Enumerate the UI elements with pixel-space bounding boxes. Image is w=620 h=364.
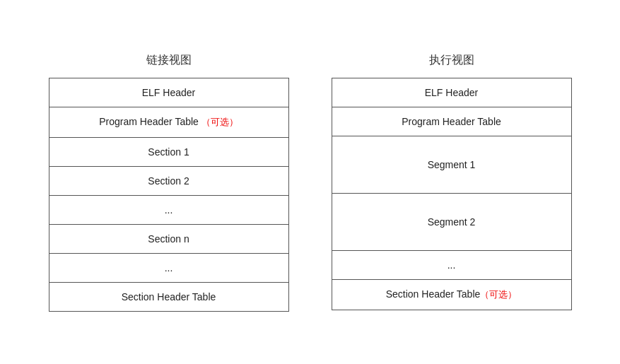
cell-section-header-exec: Section Header Table <box>386 288 481 300</box>
table-row: Section 1 <box>49 138 288 167</box>
cell-dots2: ... <box>165 262 173 274</box>
table-row: Program Header Table （可选） <box>49 107 288 138</box>
link-view: 链接视图 ELF Header Program Header Table （可选… <box>49 53 289 312</box>
main-container: 链接视图 ELF Header Program Header Table （可选… <box>21 39 600 326</box>
table-row: Segment 2 <box>332 194 571 251</box>
table-row: Program Header Table <box>332 107 571 136</box>
exec-view-table: ELF Header Program Header Table Segment … <box>332 78 572 310</box>
table-row: Section n <box>49 225 288 254</box>
cell-elf-header-exec: ELF Header <box>425 87 478 98</box>
exec-view-title: 执行视图 <box>429 53 474 68</box>
table-row: Section Header Table（可选） <box>332 280 571 310</box>
cell-optional-label: （可选） <box>201 117 238 127</box>
cell-section-header-table: Section Header Table <box>122 291 216 303</box>
exec-view: 执行视图 ELF Header Program Header Table Seg… <box>332 53 572 310</box>
cell-segment2: Segment 2 <box>428 216 476 228</box>
cell-dots-exec: ... <box>448 259 456 271</box>
table-row: ... <box>49 254 288 283</box>
link-view-table: ELF Header Program Header Table （可选） Sec… <box>49 78 289 312</box>
cell-program-header-exec: Program Header Table <box>402 116 501 127</box>
cell-section2: Section 2 <box>148 175 189 187</box>
cell-segment1: Segment 1 <box>428 159 476 170</box>
cell-optional-label-exec: （可选） <box>480 289 517 300</box>
cell-dots1: ... <box>165 204 173 216</box>
table-row: ... <box>332 251 571 280</box>
cell-sectionn: Section n <box>148 233 189 245</box>
table-row: ELF Header <box>332 78 571 107</box>
cell-elf-header: ELF Header <box>142 87 195 98</box>
table-row: Section Header Table <box>49 283 288 311</box>
table-row: ELF Header <box>49 78 288 107</box>
table-row: Segment 1 <box>332 136 571 194</box>
link-view-title: 链接视图 <box>146 53 192 68</box>
cell-section1: Section 1 <box>148 146 189 158</box>
table-row: Section 2 <box>49 167 288 196</box>
table-row: ... <box>49 196 288 225</box>
cell-program-header-table: Program Header Table <box>99 116 201 127</box>
